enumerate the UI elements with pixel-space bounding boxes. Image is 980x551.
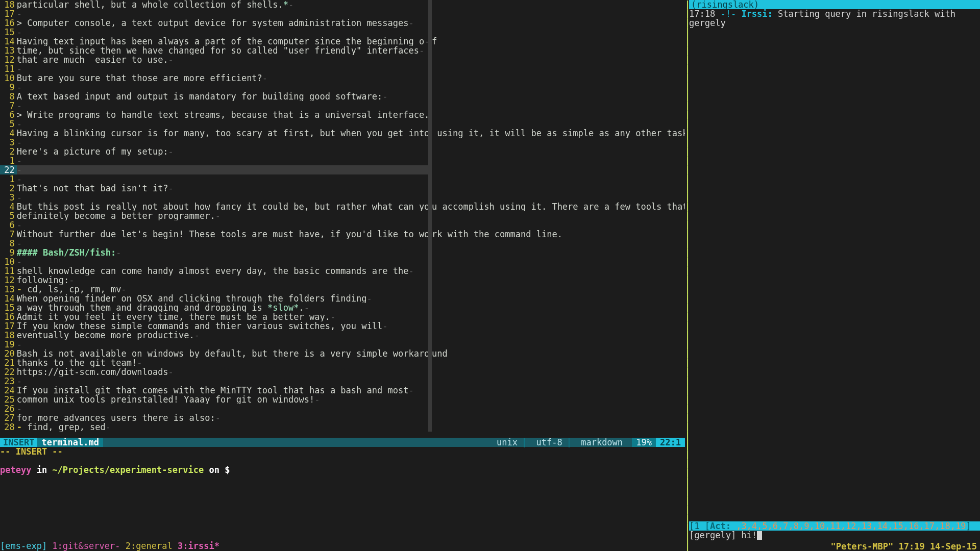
line-number: 12 — [0, 276, 17, 285]
editor-line[interactable]: 14When opening finder on OSX and clickin… — [0, 294, 685, 303]
editor-line[interactable]: 10But are you sure that those are more e… — [0, 73, 685, 83]
editor-line[interactable]: 4But this post is really not about how f… — [0, 202, 685, 211]
editor-line[interactable]: 11- — [0, 64, 685, 73]
line-number: 6 — [0, 220, 17, 230]
editor-line[interactable]: 11shell knowledge can come handy almost … — [0, 266, 685, 276]
editor-line[interactable]: 4Having a blinking cursor is for many, t… — [0, 129, 685, 138]
editor-line[interactable]: 1- — [0, 174, 685, 184]
editor-overflow — [432, 239, 685, 248]
editor-line[interactable]: 23- — [0, 377, 685, 386]
editor-line[interactable]: 3- — [0, 138, 685, 147]
editor-line[interactable]: 21thanks to the git team!- — [0, 358, 685, 367]
editor-overflow — [432, 312, 685, 321]
editor-text: > Write programs to handle text streams,… — [17, 110, 428, 119]
color-column — [428, 211, 432, 220]
line-number: 2 — [0, 184, 17, 193]
color-column — [428, 184, 432, 193]
editor-line[interactable]: 17If you know these simple commands and … — [0, 321, 685, 331]
color-column — [428, 165, 432, 174]
editor-line[interactable]: 7- — [0, 101, 685, 110]
editor-line[interactable]: 12that are much easier to use.- — [0, 55, 685, 64]
tmux-window-2[interactable]: 2:general — [126, 541, 178, 551]
line-number: 20 — [0, 349, 17, 358]
editor-line[interactable]: 20Bash is not available on windows by de… — [0, 349, 685, 358]
color-column — [428, 110, 432, 119]
editor-overflow — [432, 220, 685, 230]
left-tmux-pane[interactable]: 18particular shell, but a whole collecti… — [0, 0, 685, 551]
editor-line[interactable]: 13time, but since then we have changed f… — [0, 46, 685, 55]
vim-editor[interactable]: 18particular shell, but a whole collecti… — [0, 0, 685, 438]
editor-text: If you know these simple commands and th… — [17, 321, 428, 331]
editor-line[interactable]: 18particular shell, but a whole collecti… — [0, 0, 685, 9]
editor-line[interactable]: 26- — [0, 404, 685, 413]
shell-user: peteyy — [0, 465, 31, 475]
editor-overflow — [432, 285, 685, 294]
color-column — [428, 331, 432, 340]
editor-line[interactable]: 5definitely become a better programmer.- — [0, 211, 685, 220]
editor-line[interactable]: 6- — [0, 220, 685, 230]
line-number: 10 — [0, 73, 17, 83]
editor-text: Having a blinking cursor is for many, to… — [17, 129, 428, 138]
line-number: 15 — [0, 303, 17, 312]
editor-line[interactable]: 19- — [0, 340, 685, 349]
editor-line[interactable]: 17- — [0, 9, 685, 18]
line-number: 9 — [0, 248, 17, 257]
editor-line[interactable]: 24If you install git that comes with the… — [0, 386, 685, 395]
editor-text: - — [17, 138, 428, 147]
editor-overflow — [432, 138, 685, 147]
editor-line[interactable]: 9- — [0, 83, 685, 92]
editor-line[interactable]: 8A text based input and output is mandat… — [0, 92, 685, 101]
editor-line[interactable]: 27for more advances users there is also:… — [0, 413, 685, 422]
editor-line[interactable]: 16Admit it you feel it every time, there… — [0, 312, 685, 321]
editor-line[interactable]: 2Here's a picture of my setup:- — [0, 147, 685, 156]
editor-overflow — [432, 358, 685, 367]
editor-line[interactable]: 8- — [0, 239, 685, 248]
editor-line[interactable]: 28- find, grep, sed- — [0, 422, 685, 432]
tmux-status-bar[interactable]: [ems-exp] 1:git&server- 2:general 3:irss… — [0, 541, 980, 551]
editor-line[interactable]: 13- cd, ls, cp, rm, mv- — [0, 285, 685, 294]
editor-text: A text based input and output is mandato… — [17, 92, 428, 101]
editor-line[interactable]: 9#### Bash/ZSH/fish:- — [0, 248, 685, 257]
editor-line[interactable]: 15a way through them and dragging and dr… — [0, 303, 685, 312]
editor-line[interactable]: 10- — [0, 257, 685, 266]
color-column — [428, 230, 432, 239]
editor-line[interactable]: 12following:- — [0, 276, 685, 285]
color-column — [428, 349, 432, 358]
vim-fileformat: unix — [493, 438, 522, 447]
color-column — [428, 266, 432, 276]
vim-filename: terminal.md — [37, 438, 103, 447]
editor-overflow — [432, 377, 685, 386]
vim-scroll-pct: 19% — [632, 438, 656, 447]
editor-text: - — [17, 9, 428, 18]
editor-line[interactable]: 16> Computer console, a text output devi… — [0, 18, 685, 28]
irssi-message-area[interactable]: 17:18 -!- Irssi: Starting query in risin… — [689, 9, 980, 28]
vim-filetype: markdown — [577, 438, 627, 447]
editor-line[interactable]: 2That's not that bad isn't it?- — [0, 184, 685, 193]
color-column — [428, 37, 432, 46]
tmux-session-name[interactable]: [ems-exp] — [0, 541, 47, 551]
editor-line[interactable]: 6> Write programs to handle text streams… — [0, 110, 685, 119]
editor-line[interactable]: 25common unix tools preinstalled! Yaaay … — [0, 395, 685, 404]
editor-text: shell knowledge can come handy almost ev… — [17, 266, 428, 276]
editor-line[interactable]: 22https://git-scm.com/downloads- — [0, 367, 685, 377]
line-number: 26 — [0, 404, 17, 413]
editor-line[interactable]: 1- — [0, 156, 685, 165]
editor-line[interactable]: 18eventually become more productive.- — [0, 331, 685, 340]
editor-text: When opening finder on OSX and clicking … — [17, 294, 428, 303]
editor-line[interactable]: 5- — [0, 119, 685, 129]
editor-overflow — [432, 110, 685, 119]
right-tmux-pane[interactable]: (risingslack) 17:18 -!- Irssi: Starting … — [689, 0, 980, 551]
editor-overflow — [432, 156, 685, 165]
tmux-window-1[interactable]: 1:git&server- — [47, 541, 126, 551]
irssi-input-line[interactable]: [gergely] hi! — [689, 531, 762, 540]
editor-line[interactable]: 3- — [0, 193, 685, 202]
editor-line[interactable]: 15- — [0, 28, 685, 37]
shell-prompt[interactable]: peteyy in ~/Projects/experiment-service … — [0, 465, 230, 474]
editor-line[interactable]: 22- — [0, 165, 685, 174]
editor-line[interactable]: 7Without further due let's begin! These … — [0, 230, 685, 239]
line-number: 8 — [0, 239, 17, 248]
editor-overflow — [432, 46, 685, 55]
tmux-pane-divider[interactable]: ||||||||||||||||||||||||||||||||||||||||… — [685, 0, 689, 551]
editor-line[interactable]: 14Having text input has been always a pa… — [0, 37, 685, 46]
tmux-window-3-active[interactable]: 3:irssi* — [178, 541, 219, 551]
